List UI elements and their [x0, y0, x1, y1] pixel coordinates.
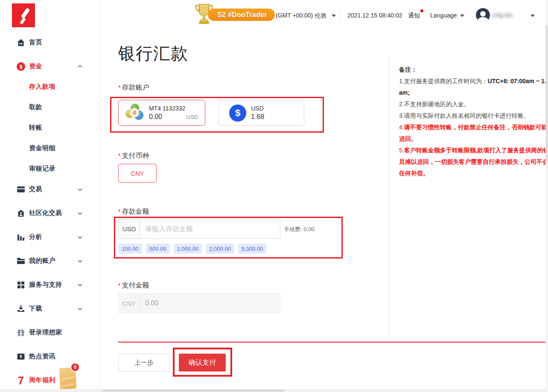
sidebar-item-fund-details[interactable]: 资金明细	[0, 142, 101, 155]
required-asterisk: *	[118, 282, 120, 289]
brand-logo[interactable]	[12, 3, 35, 27]
sidebar-item-audit-records[interactable]: 审核记录	[0, 162, 101, 176]
sidebar-item-label: 我的账户	[29, 257, 55, 265]
funds-dollar-icon: $	[16, 62, 26, 71]
previous-step-button[interactable]: 上一步	[118, 354, 169, 372]
sidebar-item-label: 交易	[29, 185, 42, 193]
logo-mark	[20, 17, 26, 24]
note-line: 2.不支持新疆地区的入金。	[399, 99, 548, 110]
user-avatar[interactable]	[476, 8, 490, 22]
required-asterisk: *	[118, 152, 120, 159]
horizontal-scrollbar[interactable]	[0, 389, 548, 392]
chevron-down-icon[interactable]	[531, 15, 535, 17]
account-currency: USD	[187, 114, 198, 120]
sidebar-item-label: 审核记录	[29, 165, 55, 173]
sidebar-item-trade[interactable]: 交易	[0, 183, 101, 196]
gift-icon	[16, 328, 26, 337]
sidebar-item-community-trading[interactable]: 社区化交易	[0, 206, 101, 220]
sidebar-item-service-support[interactable]: 服务与支持	[0, 278, 101, 292]
sidebar-item-ideal-home[interactable]: 登录理想家	[0, 326, 101, 340]
sidebar-item-label: 分析	[29, 233, 42, 241]
pay-amount-group: CNY	[118, 293, 280, 314]
sidebar-item-label: 下载	[29, 305, 42, 313]
account-card-mt4[interactable]: 4 MT4 1132332 0.00 USD	[118, 100, 205, 126]
timezone-selector[interactable]: (GMT +00:00) 伦敦	[276, 12, 326, 20]
sidebar-item-label: 首页	[29, 38, 42, 46]
chevron-down-icon	[78, 212, 82, 215]
note-line: am;	[399, 87, 548, 99]
sidebar-item-label: 登录理想家	[29, 328, 62, 337]
required-asterisk: *	[118, 84, 120, 91]
sidebar-item-deposit[interactable]: 存入款项	[0, 80, 101, 94]
pay-amount-input	[140, 293, 280, 313]
note-line-warning: 5.客户转账金额多于转账限额,款项打入了服务提供商的钱	[399, 145, 548, 156]
chevron-down-icon	[78, 235, 82, 239]
quick-amount-button[interactable]: 100.00	[118, 244, 142, 254]
quick-amount-button[interactable]: 2,000.00	[206, 244, 234, 254]
seven-icon: 7	[16, 376, 26, 385]
quick-amount-button[interactable]: 1,000.00	[174, 244, 202, 254]
sidebar: 首页 $ 资金 存入款项 取款 转账 资金明细 审核记录 交易 社区化交易	[0, 0, 101, 392]
notes-title: 备注：	[399, 64, 548, 75]
quick-amount-button[interactable]: 500.00	[146, 244, 170, 254]
vertical-scrollbar[interactable]	[545, 0, 548, 392]
note-line: 1.支付服务提供商的工作时间为：UTC+8: 07:00am ~ 1.	[399, 75, 548, 87]
sidebar-item-my-accounts[interactable]: 我的账户	[0, 254, 101, 268]
sidebar-item-home[interactable]: 首页	[0, 36, 101, 49]
doo-trader-badge[interactable]: S2 #DooTrader	[208, 9, 275, 21]
pay-amount-label: *支付金额	[118, 281, 149, 290]
notifications-button[interactable]: 通知	[408, 12, 420, 20]
sidebar-item-label: 社区化交易	[29, 209, 62, 217]
deposit-amount-label: *存款金额	[118, 207, 149, 216]
chevron-down-icon	[78, 188, 82, 191]
house-user-icon	[16, 209, 26, 218]
sidebar-item-label: 资金明细	[29, 144, 55, 152]
quick-amount-chips: 100.00 500.00 1,000.00 2,000.00 5,000.00	[118, 244, 266, 254]
sidebar-item-label: 取款	[29, 103, 42, 111]
sidebar-item-download[interactable]: 下载	[0, 302, 101, 316]
note-line-warning: 任何补偿。	[399, 168, 548, 179]
mt4-icon: 4	[125, 104, 144, 122]
sidebar-item-label: 转账	[29, 124, 42, 132]
pay-currency-label: *支付币种	[118, 151, 149, 160]
deposit-account-label: *存款账户	[118, 83, 149, 92]
datetime-display: 2021.12.15 08:40:02	[347, 12, 402, 19]
currency-prefix: CNY	[119, 293, 140, 313]
grid-icon	[16, 280, 26, 290]
avatar-head	[480, 11, 486, 17]
user-name-blurred[interactable]: Ling Ipu	[492, 12, 513, 18]
notes-panel: 备注： 1.支付服务提供商的工作时间为：UTC+8: 07:00am ~ 1. …	[399, 64, 548, 179]
sidebar-item-transfer[interactable]: 转账	[0, 121, 101, 135]
avatar-torso	[478, 17, 488, 22]
scrollbar-thumb[interactable]	[546, 26, 548, 162]
sidebar-item-anniversary-benefits[interactable]: 7 周年福利	[0, 374, 101, 387]
account-name: USD	[251, 105, 264, 112]
sidebar-item-funds[interactable]: $ 资金	[0, 60, 101, 73]
chevron-down-icon[interactable]	[460, 15, 464, 17]
currency-option-cny[interactable]: CNY	[118, 164, 157, 183]
scrollbar-thumb[interactable]	[102, 389, 285, 392]
notification-badge: 0	[70, 363, 80, 372]
chevron-down-icon	[78, 259, 82, 263]
language-selector[interactable]: Language	[430, 12, 457, 19]
account-card-usd-wallet[interactable]: $ USD 1.68	[219, 100, 304, 126]
note-line-warning: 且难以追回，一切损失客户需要自行承担损失，公司不会	[399, 156, 548, 168]
sidebar-item-analysis[interactable]: 分析	[0, 230, 101, 244]
sidebar-item-label: 周年福利	[29, 376, 55, 384]
sidebar-item-hot-news[interactable]: 热点资讯	[0, 350, 101, 363]
page-title: 银行汇款	[118, 42, 188, 65]
sidebar-item-label: 资金	[29, 62, 42, 70]
sidebar-item-withdraw[interactable]: 取款	[0, 101, 101, 114]
note-line-warning: 追回。	[399, 133, 548, 145]
sidebar-item-label: 热点资讯	[29, 352, 55, 360]
currency-prefix: USD	[119, 219, 140, 238]
deposit-amount-group: USD	[118, 219, 280, 239]
deposit-amount-input[interactable]	[140, 219, 280, 238]
chevron-down-icon	[78, 283, 82, 287]
confirm-payment-button[interactable]: 确认支付	[179, 354, 226, 372]
quick-amount-button[interactable]: 5,000.00	[238, 244, 267, 254]
chevron-down-icon[interactable]	[332, 15, 336, 17]
account-balance: 0.00	[149, 113, 185, 121]
chevron-up-icon	[78, 65, 82, 68]
sidebar-item-label: 服务与支持	[29, 281, 62, 289]
